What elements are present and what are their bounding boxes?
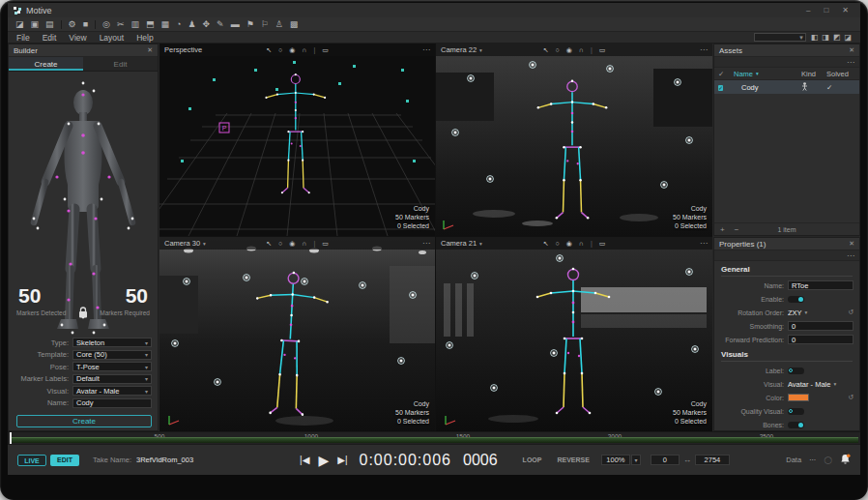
speed-caret-button[interactable]: ▾ <box>631 455 641 465</box>
reverse-button[interactable]: REVERSE <box>557 456 589 463</box>
skeleton-preview[interactable] <box>9 72 158 313</box>
visual-select[interactable]: Avatar - Male▾ <box>788 380 836 389</box>
viewport-perspective[interactable]: P Perspective ↖ ○ ◉ ∩ | ▭ ⋯ Cody 50 Mark… <box>159 44 435 236</box>
layout-preset-select[interactable]: ▾ <box>754 33 806 42</box>
playback-speed-select[interactable]: 100% <box>601 455 630 465</box>
rotation-order-select[interactable]: ZXY▾ <box>788 309 807 317</box>
enable-toggle[interactable] <box>788 296 804 303</box>
export-icon[interactable]: ▤ <box>45 17 54 32</box>
avatar-icon[interactable]: ♙ <box>275 17 283 32</box>
layers-icon[interactable]: ▥ <box>130 17 139 32</box>
assets-more-icon[interactable]: ⋯ <box>847 58 854 67</box>
lock-icon[interactable] <box>78 306 89 323</box>
check-column-icon[interactable]: ✓ <box>718 70 734 78</box>
viewport-more-icon[interactable]: ⋯ <box>422 239 430 248</box>
close-icon[interactable]: ✕ <box>147 46 153 54</box>
viewport-more-icon[interactable]: ⋯ <box>700 239 708 248</box>
column-kind[interactable]: Kind <box>801 70 826 78</box>
region-select-icon[interactable]: ▭ <box>599 240 606 248</box>
take-name-value[interactable]: 3RefVidRom_003 <box>136 456 193 464</box>
bones-toggle[interactable] <box>788 422 804 428</box>
info-icon[interactable]: ▩ <box>290 17 299 32</box>
properties-more-icon[interactable]: ⋯ <box>847 251 854 260</box>
follow-tool-icon[interactable]: ∩ <box>302 46 306 54</box>
column-name[interactable]: Name▾ <box>734 70 801 78</box>
zoom-tool-icon[interactable]: ○ <box>278 240 282 248</box>
name-input[interactable]: Cody <box>72 398 152 408</box>
reset-icon[interactable]: ↺ <box>848 309 854 316</box>
play-button[interactable]: ▶ <box>318 453 329 468</box>
row-checkbox[interactable]: ✓ <box>718 85 723 91</box>
range-start-input[interactable]: 0 <box>651 455 680 465</box>
label-toggle[interactable] <box>788 368 804 374</box>
viewport-camera-22[interactable]: Camera 22▾ ↖ ○ ◉ ∩ | ▭ ⋯ Cody 50 Markers… <box>436 44 712 236</box>
menu-file[interactable]: File <box>16 33 30 43</box>
visual-select[interactable]: Avatar - Male▾ <box>72 386 152 396</box>
smoothing-input[interactable]: 0 <box>788 321 854 331</box>
viewport-name-select[interactable]: Camera 21▾ <box>441 239 482 248</box>
prop-name-input[interactable]: RToe <box>788 280 854 290</box>
data-label[interactable]: Data <box>786 456 801 464</box>
close-icon[interactable]: ✕ <box>849 240 854 248</box>
antenna-a-icon[interactable]: ⚑ <box>246 17 254 32</box>
notifications-bell-icon[interactable] <box>840 454 851 467</box>
data-options-icon[interactable]: ⋯ <box>809 456 817 464</box>
region-select-icon[interactable]: ▭ <box>322 46 329 54</box>
tab-create[interactable]: Create <box>9 57 83 71</box>
layout-preset-1-icon[interactable]: ◧ <box>811 33 819 42</box>
maximize-button[interactable]: □ <box>824 6 828 15</box>
color-swatch[interactable] <box>788 394 809 401</box>
zoom-tool-icon[interactable]: ○ <box>556 46 560 54</box>
clock-icon[interactable]: ◔ <box>176 17 181 32</box>
open-icon[interactable]: ◪ <box>15 17 24 32</box>
zoom-tool-icon[interactable]: ○ <box>556 240 560 248</box>
marker-labels-select[interactable]: Default▾ <box>72 374 152 384</box>
previous-frame-button[interactable]: |◀ <box>300 455 309 465</box>
select-tool-icon[interactable]: ↖ <box>543 46 549 54</box>
viewport-camera-30[interactable]: Camera 30▾ ↖ ○ ◉ ∩ | ▭ ⋯ Cody 50 Markers… <box>159 237 435 431</box>
edit-mode-button[interactable]: EDIT <box>50 455 79 466</box>
range-end-input[interactable]: 2754 <box>695 455 730 465</box>
menu-view[interactable]: View <box>69 33 86 43</box>
close-button[interactable]: ✕ <box>842 6 849 15</box>
template-select[interactable]: Core (50)▾ <box>72 350 152 360</box>
timeline-track[interactable] <box>10 437 858 443</box>
region-select-icon[interactable]: ▭ <box>599 46 606 54</box>
layout-preset-2-icon[interactable]: ◨ <box>822 33 829 42</box>
quality-visual-toggle[interactable] <box>788 408 804 415</box>
select-tool-icon[interactable]: ↖ <box>266 46 272 54</box>
viewport-more-icon[interactable]: ⋯ <box>422 45 430 54</box>
calibration-icon[interactable]: ✂ <box>117 17 125 32</box>
viewport-name-select[interactable]: Camera 22▾ <box>441 45 482 54</box>
view-tool-icon[interactable]: ◉ <box>289 46 295 54</box>
close-icon[interactable]: ✕ <box>849 46 854 54</box>
layout-preset-3-icon[interactable]: ◩ <box>833 33 841 42</box>
save-icon[interactable]: ▣ <box>31 17 40 32</box>
graph-icon[interactable]: ▦ <box>161 17 170 32</box>
region-select-icon[interactable]: ▭ <box>322 240 329 248</box>
reset-icon[interactable]: ↺ <box>848 394 854 401</box>
antenna-b-icon[interactable]: ⚐ <box>261 17 269 32</box>
view-tool-icon[interactable]: ◉ <box>566 46 572 54</box>
viewport-more-icon[interactable]: ⋯ <box>700 45 708 54</box>
settings-icon[interactable]: ⚙ <box>69 17 76 32</box>
viewport-camera-21[interactable]: Camera 21▾ ↖ ○ ◉ ∩ | ▭ ⋯ Cody 50 Markers… <box>436 237 712 431</box>
pose-select[interactable]: T-Pose▾ <box>72 362 152 371</box>
forward-prediction-input[interactable]: 0 <box>788 335 854 344</box>
record-icon[interactable]: ■ <box>83 17 88 32</box>
edit-icon[interactable]: ✎ <box>217 17 224 32</box>
select-tool-icon[interactable]: ↖ <box>266 240 272 248</box>
follow-tool-icon[interactable]: ∩ <box>579 240 584 248</box>
follow-tool-icon[interactable]: ∩ <box>579 46 584 54</box>
menu-edit[interactable]: Edit <box>43 33 57 43</box>
capture-icon[interactable]: ⬒ <box>146 17 155 32</box>
video-icon[interactable]: ▬ <box>231 17 240 32</box>
table-row[interactable]: ✓ Cody ✓ <box>714 80 859 94</box>
view-tool-icon[interactable]: ◉ <box>289 240 295 248</box>
follow-tool-icon[interactable]: ∩ <box>302 240 306 248</box>
timeline-ruler[interactable]: 500 1000 1500 2000 2500 <box>8 431 860 444</box>
expand-icon[interactable]: ✥ <box>203 17 211 32</box>
view-tool-icon[interactable]: ◉ <box>566 240 572 248</box>
skeleton-icon[interactable]: ♟ <box>188 17 195 32</box>
remove-asset-button[interactable]: − <box>735 225 739 234</box>
